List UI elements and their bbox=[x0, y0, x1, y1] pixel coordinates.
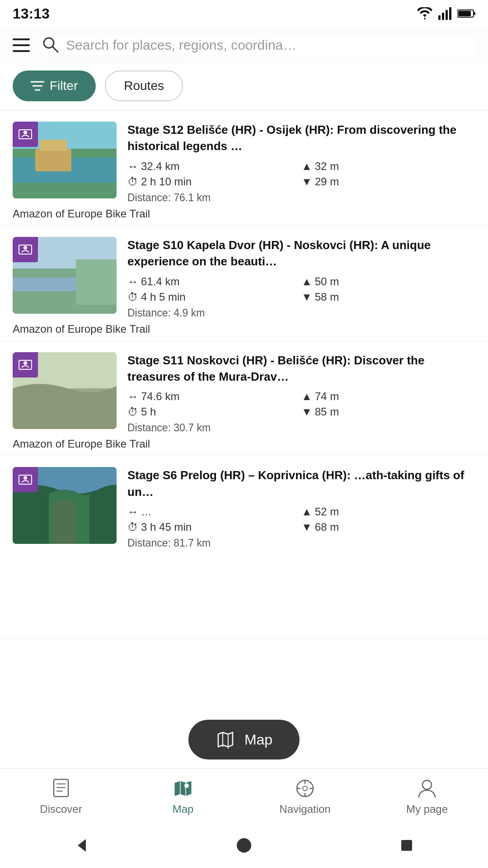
map-popup-label: Map bbox=[244, 731, 272, 748]
svg-point-13 bbox=[23, 131, 27, 134]
filter-button[interactable]: Filter bbox=[13, 71, 96, 101]
route-badge bbox=[13, 467, 38, 492]
svg-rect-5 bbox=[474, 12, 475, 15]
route-trail: Amazon of Europe Bike Trail bbox=[13, 438, 475, 450]
route-item[interactable]: Stage S11 Noskovci (HR) - Belišće (HR): … bbox=[0, 341, 488, 457]
search-bar[interactable]: Search for places, regions, coordina… bbox=[42, 36, 475, 55]
clock-icon: ⏱ bbox=[127, 175, 138, 188]
filter-label: Filter bbox=[50, 79, 78, 93]
route-elevation-down: ▼ 29 m bbox=[301, 175, 475, 188]
home-button[interactable] bbox=[226, 827, 262, 863]
route-thumbnail bbox=[13, 122, 117, 198]
svg-rect-0 bbox=[438, 15, 441, 20]
nav-item-discover[interactable]: Discover bbox=[29, 778, 93, 816]
routes-button[interactable]: Routes bbox=[105, 71, 183, 101]
route-time: ⏱4 h 5 min bbox=[127, 291, 301, 303]
route-distance-stat: ↔… bbox=[127, 505, 301, 518]
route-elevation-up: ▲ 32 m bbox=[301, 160, 475, 173]
route-total-distance: Distance: 4.9 km bbox=[127, 307, 475, 319]
status-icons bbox=[417, 7, 475, 20]
route-elevation-down: ▼58 m bbox=[301, 291, 475, 303]
route-elevation-down: ▼68 m bbox=[301, 521, 475, 533]
navigation-icon bbox=[294, 778, 316, 799]
svg-point-47 bbox=[237, 838, 251, 853]
svg-point-40 bbox=[303, 786, 307, 791]
system-navigation bbox=[0, 823, 488, 868]
svg-rect-6 bbox=[458, 11, 471, 16]
route-elevation-down: ▼85 m bbox=[301, 406, 475, 418]
svg-rect-1 bbox=[442, 13, 444, 20]
map-label: Map bbox=[173, 803, 194, 816]
svg-rect-48 bbox=[401, 840, 412, 851]
svg-rect-18 bbox=[40, 140, 67, 151]
bottom-navigation: Discover Map Navigation bbox=[0, 768, 488, 823]
route-elevation-up: ▲52 m bbox=[301, 505, 475, 518]
route-info: Stage S6 Prelog (HR) – Koprivnica (HR): … bbox=[127, 467, 475, 549]
route-item[interactable]: Stage S10 Kapela Dvor (HR) - Noskovci (H… bbox=[0, 226, 488, 341]
recents-button[interactable] bbox=[389, 827, 425, 863]
svg-point-38 bbox=[184, 783, 189, 788]
routes-label: Routes bbox=[124, 79, 164, 93]
filter-row: Filter Routes bbox=[0, 63, 488, 111]
map-popup[interactable]: Map bbox=[188, 720, 300, 760]
route-time: ⏱5 h bbox=[127, 406, 301, 418]
route-thumbnail bbox=[13, 467, 117, 544]
route-list: Stage S12 Belišće (HR) - Osijek (HR): Fr… bbox=[0, 111, 488, 640]
route-info: Stage S10 Kapela Dvor (HR) - Noskovci (H… bbox=[127, 237, 475, 319]
svg-point-45 bbox=[422, 780, 432, 789]
search-input[interactable]: Search for places, regions, coordina… bbox=[66, 38, 475, 53]
map-icon bbox=[172, 778, 194, 799]
route-distance-stat: ↔61.4 km bbox=[127, 275, 301, 288]
svg-rect-2 bbox=[446, 10, 448, 20]
discover-label: Discover bbox=[40, 803, 82, 816]
route-time: ⏱3 h 45 min bbox=[127, 521, 301, 533]
route-distance-stat: ↔74.6 km bbox=[127, 390, 301, 403]
search-icon bbox=[42, 36, 59, 55]
route-trail: Amazon of Europe Bike Trail bbox=[13, 323, 475, 335]
route-thumbnail bbox=[13, 237, 117, 314]
svg-point-31 bbox=[23, 476, 27, 480]
navigation-label: Navigation bbox=[279, 803, 330, 816]
route-badge bbox=[13, 237, 38, 262]
route-item[interactable]: Stage S12 Belišće (HR) - Osijek (HR): Fr… bbox=[0, 111, 488, 226]
back-button[interactable] bbox=[63, 827, 99, 863]
route-title: Stage S12 Belišće (HR) - Osijek (HR): Fr… bbox=[127, 122, 475, 155]
status-bar: 13:13 bbox=[0, 0, 488, 27]
route-trail: Amazon of Europe Bike Trail bbox=[13, 208, 475, 220]
status-time: 13:13 bbox=[13, 5, 50, 22]
battery-icon bbox=[457, 9, 475, 19]
route-item[interactable]: Stage S6 Prelog (HR) – Koprivnica (HR): … bbox=[0, 456, 488, 640]
route-badge bbox=[13, 352, 38, 377]
route-total-distance: Distance: 81.7 km bbox=[127, 537, 475, 549]
mypage-label: My page bbox=[406, 803, 448, 816]
route-total-distance: Distance: 30.7 km bbox=[127, 422, 475, 434]
route-badge bbox=[13, 122, 38, 147]
route-title: Stage S6 Prelog (HR) – Koprivnica (HR): … bbox=[127, 467, 475, 500]
hamburger-menu[interactable] bbox=[13, 35, 33, 55]
route-title: Stage S10 Kapela Dvor (HR) - Noskovci (H… bbox=[127, 237, 475, 270]
svg-line-8 bbox=[52, 47, 58, 52]
nav-item-mypage[interactable]: My page bbox=[395, 778, 459, 816]
route-total-distance: Distance: 76.1 km bbox=[127, 192, 475, 204]
distance-icon: ↔ bbox=[127, 160, 138, 173]
top-bar: Search for places, regions, coordina… bbox=[0, 27, 488, 63]
nav-item-navigation[interactable]: Navigation bbox=[273, 778, 337, 816]
route-thumbnail bbox=[13, 352, 117, 429]
filter-icon bbox=[31, 80, 44, 92]
elevation-down-icon: ▼ bbox=[301, 175, 312, 188]
route-elevation-up: ▲74 m bbox=[301, 390, 475, 403]
map-popup-icon bbox=[216, 730, 235, 750]
signal-icon bbox=[438, 7, 452, 20]
svg-rect-24 bbox=[76, 259, 117, 305]
nav-item-map[interactable]: Map bbox=[151, 778, 215, 816]
svg-point-20 bbox=[23, 246, 27, 250]
discover-icon bbox=[50, 778, 72, 799]
route-time: ⏱ 2 h 10 min bbox=[127, 175, 301, 188]
elevation-up-icon: ▲ bbox=[301, 160, 312, 173]
svg-point-26 bbox=[23, 361, 27, 365]
svg-rect-3 bbox=[449, 7, 451, 20]
route-elevation-up: ▲50 m bbox=[301, 275, 475, 288]
wifi-icon bbox=[417, 7, 433, 20]
route-distance-stat: ↔ 32.4 km bbox=[127, 160, 301, 173]
route-info: Stage S11 Noskovci (HR) - Belišće (HR): … bbox=[127, 352, 475, 434]
